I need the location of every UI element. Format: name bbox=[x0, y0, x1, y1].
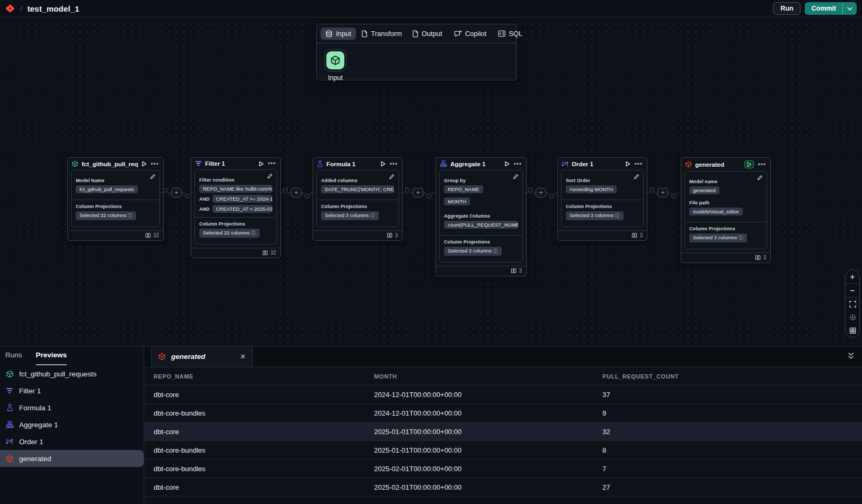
play-icon[interactable] bbox=[744, 160, 754, 168]
more-options-icon[interactable]: ••• bbox=[267, 160, 277, 167]
play-icon[interactable] bbox=[141, 161, 147, 167]
cube-icon bbox=[158, 353, 166, 361]
edit-icon[interactable] bbox=[634, 174, 639, 179]
node-title: fct_github_pull_requests bbox=[82, 161, 138, 167]
input-port[interactable] bbox=[305, 194, 309, 199]
grid-layout-icon[interactable] bbox=[846, 324, 859, 337]
zoom-out-button[interactable]: − bbox=[846, 284, 859, 297]
play-icon[interactable] bbox=[380, 161, 386, 167]
filter-icon bbox=[195, 160, 202, 167]
edit-icon[interactable] bbox=[757, 175, 763, 181]
more-options-icon[interactable]: ••• bbox=[634, 161, 643, 167]
preview-tab-strip: generated ✕ bbox=[144, 346, 862, 367]
value-chip: REPO_NAME bbox=[444, 185, 483, 193]
edit-icon[interactable] bbox=[389, 174, 395, 179]
sidebar-item-label: Filter 1 bbox=[19, 387, 41, 395]
sidebar-item-generated[interactable]: generated bbox=[0, 450, 144, 467]
commit-button[interactable]: Commit bbox=[805, 2, 857, 15]
graph-canvas[interactable]: Input Transform Output Copilot SQL bbox=[0, 17, 862, 346]
add-step-button[interactable]: + bbox=[536, 188, 546, 197]
cube-icon bbox=[72, 160, 78, 167]
sidebar-item-aggregate-1[interactable]: Aggregate 1 bbox=[0, 416, 144, 433]
sidebar-item-formula-1[interactable]: Formula 1 bbox=[0, 399, 144, 416]
tab-output[interactable]: Output bbox=[407, 28, 447, 40]
sidebar-item-fct-github-pull-requests[interactable]: fct_github_pull_requests bbox=[0, 365, 144, 382]
node-title: generated bbox=[695, 161, 741, 168]
output-port[interactable] bbox=[283, 188, 288, 193]
sidebar-item-filter-1[interactable]: Filter 1 bbox=[0, 382, 144, 399]
tab-runs[interactable]: Runs bbox=[5, 351, 22, 365]
palette-input-tile[interactable] bbox=[326, 51, 344, 69]
play-icon[interactable] bbox=[504, 161, 510, 167]
play-icon[interactable] bbox=[259, 161, 264, 167]
preview-area: generated ✕ REPO_NAME MONTH PULL_REQUEST… bbox=[144, 346, 862, 504]
dbt-logo-icon[interactable] bbox=[5, 4, 15, 13]
column-header: PULL_REQUEST_COUNT bbox=[602, 373, 862, 380]
and-label: AND bbox=[199, 206, 210, 212]
output-port[interactable] bbox=[163, 188, 168, 193]
node-fct-github-pull-requests[interactable]: fct_github_pull_requests ••• Model Name … bbox=[67, 157, 164, 241]
tab-input[interactable]: Input bbox=[321, 28, 356, 40]
info-icon: ⓘ bbox=[739, 235, 743, 240]
node-title: Order 1 bbox=[572, 161, 622, 167]
chevron-down-icon[interactable] bbox=[843, 2, 857, 15]
node-generated[interactable]: generated ••• Model name generated File … bbox=[681, 157, 771, 263]
edge-connector: + bbox=[525, 188, 557, 197]
zoom-in-button[interactable]: + bbox=[846, 270, 859, 283]
run-button[interactable]: Run bbox=[773, 2, 801, 15]
commit-button-label[interactable]: Commit bbox=[805, 2, 842, 15]
fit-view-icon[interactable] bbox=[846, 298, 859, 311]
node-aggregate-1[interactable]: Aggregate 1 ••• Group by REPO_NAME MONTH… bbox=[436, 157, 527, 276]
tab-previews[interactable]: Previews bbox=[36, 351, 67, 365]
output-port[interactable] bbox=[650, 188, 654, 193]
tab-transform-label: Transform bbox=[371, 30, 402, 38]
field-label: Column Projections bbox=[199, 221, 272, 227]
locate-icon[interactable] bbox=[846, 311, 859, 324]
edit-icon[interactable] bbox=[150, 174, 156, 179]
input-port[interactable] bbox=[185, 194, 190, 199]
palette-tab-bar: Input Transform Output Copilot SQL bbox=[317, 24, 516, 43]
cube-icon bbox=[5, 455, 14, 463]
edit-icon[interactable] bbox=[513, 174, 519, 179]
edit-icon[interactable] bbox=[267, 173, 273, 179]
sidebar-item-label: generated bbox=[19, 455, 51, 463]
input-port[interactable] bbox=[671, 194, 676, 199]
output-port[interactable] bbox=[528, 188, 532, 193]
page-title: test_model_1 bbox=[28, 4, 79, 13]
add-step-button[interactable]: + bbox=[171, 188, 182, 197]
output-port[interactable] bbox=[405, 188, 410, 193]
field-label: Model Name bbox=[76, 178, 155, 183]
sidebar-item-order-1[interactable]: Order 1 bbox=[0, 433, 144, 450]
collapse-panel-icon[interactable] bbox=[847, 352, 855, 360]
more-options-icon[interactable]: ••• bbox=[757, 161, 767, 168]
input-port[interactable] bbox=[549, 194, 554, 199]
field-label: Group by bbox=[444, 178, 518, 183]
value-chip: Selected 3 columns ⓘ bbox=[566, 211, 624, 220]
node-order-1[interactable]: Order 1 ••• Sort Order Ascending MONTH C… bbox=[557, 157, 647, 241]
preview-tab-generated[interactable]: generated ✕ bbox=[151, 346, 253, 367]
cube-icon bbox=[330, 55, 341, 66]
play-icon[interactable] bbox=[625, 161, 630, 167]
add-step-button[interactable]: + bbox=[413, 188, 423, 197]
value-chip: Ascending MONTH bbox=[566, 185, 617, 193]
tab-copilot[interactable]: Copilot bbox=[449, 28, 491, 40]
close-icon[interactable]: ✕ bbox=[240, 353, 246, 361]
tab-sql[interactable]: SQL bbox=[493, 28, 527, 40]
input-port[interactable] bbox=[426, 194, 431, 199]
column-count: 3 bbox=[395, 232, 398, 238]
preview-sidebar: Runs Previews fct_github_pull_requests F… bbox=[0, 346, 144, 504]
add-step-button[interactable]: + bbox=[657, 188, 668, 197]
flask-icon bbox=[5, 404, 14, 411]
info-icon: ⓘ bbox=[615, 213, 620, 218]
sort-icon bbox=[562, 160, 568, 167]
column-count: 32 bbox=[153, 232, 159, 238]
add-step-button[interactable]: + bbox=[291, 188, 301, 197]
columns-icon bbox=[511, 268, 517, 274]
tab-transform[interactable]: Transform bbox=[356, 28, 407, 40]
more-options-icon[interactable]: ••• bbox=[389, 161, 398, 167]
table-row: dbt-core2025-02-01T00:00:00+00:0027 bbox=[144, 478, 862, 497]
node-formula-1[interactable]: Formula 1 ••• Added columns DATE_TRUNC('… bbox=[313, 157, 403, 241]
more-options-icon[interactable]: ••• bbox=[513, 161, 522, 167]
more-options-icon[interactable]: ••• bbox=[150, 161, 159, 167]
node-filter-1[interactable]: Filter 1 ••• Filter condition REPO_NAME … bbox=[191, 157, 281, 258]
